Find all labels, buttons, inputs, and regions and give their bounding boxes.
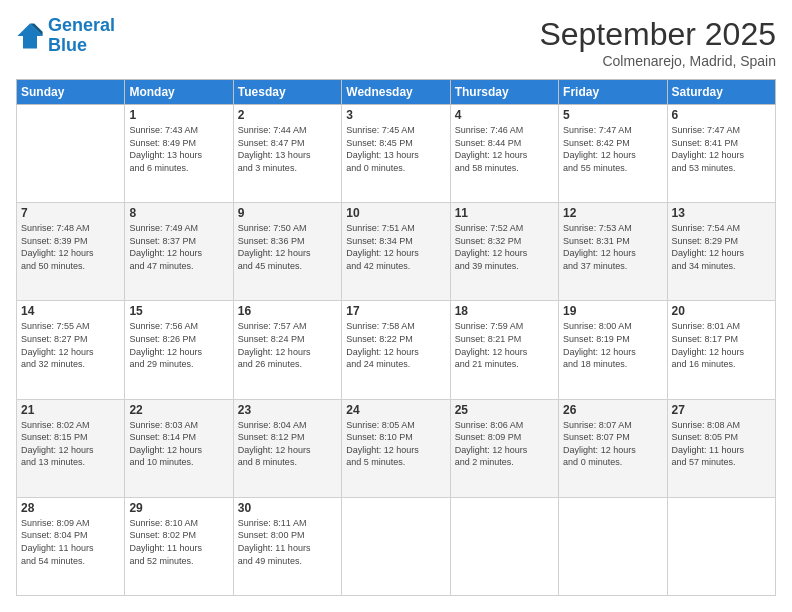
- day-number: 7: [21, 206, 120, 220]
- calendar-cell: 15Sunrise: 7:56 AM Sunset: 8:26 PM Dayli…: [125, 301, 233, 399]
- calendar-cell: 26Sunrise: 8:07 AM Sunset: 8:07 PM Dayli…: [559, 399, 667, 497]
- day-number: 9: [238, 206, 337, 220]
- day-info: Sunrise: 7:58 AM Sunset: 8:22 PM Dayligh…: [346, 320, 445, 370]
- calendar-cell: 22Sunrise: 8:03 AM Sunset: 8:14 PM Dayli…: [125, 399, 233, 497]
- day-info: Sunrise: 7:51 AM Sunset: 8:34 PM Dayligh…: [346, 222, 445, 272]
- month-title: September 2025: [539, 16, 776, 53]
- day-number: 26: [563, 403, 662, 417]
- weekday-header: Tuesday: [233, 80, 341, 105]
- calendar-cell: 14Sunrise: 7:55 AM Sunset: 8:27 PM Dayli…: [17, 301, 125, 399]
- day-number: 23: [238, 403, 337, 417]
- day-number: 20: [672, 304, 771, 318]
- day-number: 22: [129, 403, 228, 417]
- day-info: Sunrise: 7:50 AM Sunset: 8:36 PM Dayligh…: [238, 222, 337, 272]
- title-block: September 2025 Colmenarejo, Madrid, Spai…: [539, 16, 776, 69]
- weekday-header: Monday: [125, 80, 233, 105]
- logo-line2: Blue: [48, 35, 87, 55]
- day-info: Sunrise: 7:48 AM Sunset: 8:39 PM Dayligh…: [21, 222, 120, 272]
- calendar-cell: 24Sunrise: 8:05 AM Sunset: 8:10 PM Dayli…: [342, 399, 450, 497]
- day-info: Sunrise: 8:03 AM Sunset: 8:14 PM Dayligh…: [129, 419, 228, 469]
- day-number: 18: [455, 304, 554, 318]
- day-number: 29: [129, 501, 228, 515]
- day-info: Sunrise: 7:56 AM Sunset: 8:26 PM Dayligh…: [129, 320, 228, 370]
- calendar-cell: [450, 497, 558, 595]
- calendar-cell: 28Sunrise: 8:09 AM Sunset: 8:04 PM Dayli…: [17, 497, 125, 595]
- calendar-week-row: 14Sunrise: 7:55 AM Sunset: 8:27 PM Dayli…: [17, 301, 776, 399]
- day-number: 25: [455, 403, 554, 417]
- day-info: Sunrise: 8:05 AM Sunset: 8:10 PM Dayligh…: [346, 419, 445, 469]
- day-info: Sunrise: 7:45 AM Sunset: 8:45 PM Dayligh…: [346, 124, 445, 174]
- calendar-cell: 6Sunrise: 7:47 AM Sunset: 8:41 PM Daylig…: [667, 105, 775, 203]
- day-number: 8: [129, 206, 228, 220]
- day-info: Sunrise: 8:00 AM Sunset: 8:19 PM Dayligh…: [563, 320, 662, 370]
- day-number: 6: [672, 108, 771, 122]
- calendar-cell: [559, 497, 667, 595]
- logo-icon: [16, 22, 44, 50]
- day-info: Sunrise: 7:44 AM Sunset: 8:47 PM Dayligh…: [238, 124, 337, 174]
- day-info: Sunrise: 7:49 AM Sunset: 8:37 PM Dayligh…: [129, 222, 228, 272]
- calendar-cell: 25Sunrise: 8:06 AM Sunset: 8:09 PM Dayli…: [450, 399, 558, 497]
- calendar-table: SundayMondayTuesdayWednesdayThursdayFrid…: [16, 79, 776, 596]
- calendar-cell: [667, 497, 775, 595]
- calendar-week-row: 7Sunrise: 7:48 AM Sunset: 8:39 PM Daylig…: [17, 203, 776, 301]
- day-info: Sunrise: 7:57 AM Sunset: 8:24 PM Dayligh…: [238, 320, 337, 370]
- day-info: Sunrise: 7:43 AM Sunset: 8:49 PM Dayligh…: [129, 124, 228, 174]
- page: General Blue September 2025 Colmenarejo,…: [0, 0, 792, 612]
- day-number: 11: [455, 206, 554, 220]
- day-info: Sunrise: 8:11 AM Sunset: 8:00 PM Dayligh…: [238, 517, 337, 567]
- calendar-cell: 29Sunrise: 8:10 AM Sunset: 8:02 PM Dayli…: [125, 497, 233, 595]
- day-info: Sunrise: 7:53 AM Sunset: 8:31 PM Dayligh…: [563, 222, 662, 272]
- day-info: Sunrise: 8:06 AM Sunset: 8:09 PM Dayligh…: [455, 419, 554, 469]
- calendar-cell: 9Sunrise: 7:50 AM Sunset: 8:36 PM Daylig…: [233, 203, 341, 301]
- day-number: 12: [563, 206, 662, 220]
- calendar-cell: 30Sunrise: 8:11 AM Sunset: 8:00 PM Dayli…: [233, 497, 341, 595]
- calendar-cell: 4Sunrise: 7:46 AM Sunset: 8:44 PM Daylig…: [450, 105, 558, 203]
- weekday-header: Friday: [559, 80, 667, 105]
- day-info: Sunrise: 7:59 AM Sunset: 8:21 PM Dayligh…: [455, 320, 554, 370]
- day-number: 5: [563, 108, 662, 122]
- day-number: 19: [563, 304, 662, 318]
- calendar-cell: 27Sunrise: 8:08 AM Sunset: 8:05 PM Dayli…: [667, 399, 775, 497]
- calendar-cell: 11Sunrise: 7:52 AM Sunset: 8:32 PM Dayli…: [450, 203, 558, 301]
- calendar-cell: 17Sunrise: 7:58 AM Sunset: 8:22 PM Dayli…: [342, 301, 450, 399]
- day-number: 17: [346, 304, 445, 318]
- day-info: Sunrise: 7:54 AM Sunset: 8:29 PM Dayligh…: [672, 222, 771, 272]
- weekday-header-row: SundayMondayTuesdayWednesdayThursdayFrid…: [17, 80, 776, 105]
- calendar-cell: 23Sunrise: 8:04 AM Sunset: 8:12 PM Dayli…: [233, 399, 341, 497]
- calendar-cell: 7Sunrise: 7:48 AM Sunset: 8:39 PM Daylig…: [17, 203, 125, 301]
- header: General Blue September 2025 Colmenarejo,…: [16, 16, 776, 69]
- calendar-week-row: 21Sunrise: 8:02 AM Sunset: 8:15 PM Dayli…: [17, 399, 776, 497]
- calendar-cell: [342, 497, 450, 595]
- day-info: Sunrise: 8:10 AM Sunset: 8:02 PM Dayligh…: [129, 517, 228, 567]
- day-number: 16: [238, 304, 337, 318]
- calendar-week-row: 28Sunrise: 8:09 AM Sunset: 8:04 PM Dayli…: [17, 497, 776, 595]
- day-info: Sunrise: 7:55 AM Sunset: 8:27 PM Dayligh…: [21, 320, 120, 370]
- day-info: Sunrise: 7:47 AM Sunset: 8:41 PM Dayligh…: [672, 124, 771, 174]
- logo-text: General Blue: [48, 16, 115, 56]
- location-subtitle: Colmenarejo, Madrid, Spain: [539, 53, 776, 69]
- calendar-cell: 19Sunrise: 8:00 AM Sunset: 8:19 PM Dayli…: [559, 301, 667, 399]
- calendar-cell: 5Sunrise: 7:47 AM Sunset: 8:42 PM Daylig…: [559, 105, 667, 203]
- calendar-cell: 20Sunrise: 8:01 AM Sunset: 8:17 PM Dayli…: [667, 301, 775, 399]
- calendar-cell: [17, 105, 125, 203]
- day-info: Sunrise: 8:04 AM Sunset: 8:12 PM Dayligh…: [238, 419, 337, 469]
- weekday-header: Sunday: [17, 80, 125, 105]
- day-info: Sunrise: 8:01 AM Sunset: 8:17 PM Dayligh…: [672, 320, 771, 370]
- day-info: Sunrise: 8:07 AM Sunset: 8:07 PM Dayligh…: [563, 419, 662, 469]
- logo: General Blue: [16, 16, 115, 56]
- weekday-header: Thursday: [450, 80, 558, 105]
- day-number: 14: [21, 304, 120, 318]
- calendar-week-row: 1Sunrise: 7:43 AM Sunset: 8:49 PM Daylig…: [17, 105, 776, 203]
- calendar-cell: 8Sunrise: 7:49 AM Sunset: 8:37 PM Daylig…: [125, 203, 233, 301]
- day-number: 3: [346, 108, 445, 122]
- calendar-cell: 2Sunrise: 7:44 AM Sunset: 8:47 PM Daylig…: [233, 105, 341, 203]
- day-number: 15: [129, 304, 228, 318]
- calendar-cell: 10Sunrise: 7:51 AM Sunset: 8:34 PM Dayli…: [342, 203, 450, 301]
- day-number: 10: [346, 206, 445, 220]
- weekday-header: Wednesday: [342, 80, 450, 105]
- day-info: Sunrise: 8:02 AM Sunset: 8:15 PM Dayligh…: [21, 419, 120, 469]
- day-number: 30: [238, 501, 337, 515]
- day-info: Sunrise: 8:08 AM Sunset: 8:05 PM Dayligh…: [672, 419, 771, 469]
- day-number: 27: [672, 403, 771, 417]
- day-info: Sunrise: 8:09 AM Sunset: 8:04 PM Dayligh…: [21, 517, 120, 567]
